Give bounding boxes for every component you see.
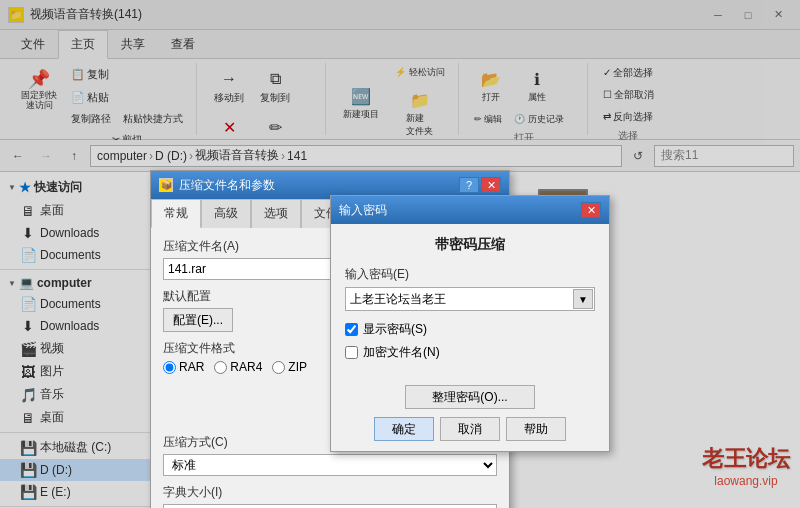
winrar-close-button[interactable]: ✕ bbox=[481, 177, 501, 193]
winrar-title: 📦 压缩文件名和参数 bbox=[159, 177, 275, 194]
zip-radio[interactable]: ZIP bbox=[272, 360, 307, 374]
config-button[interactable]: 配置(E)... bbox=[163, 308, 233, 332]
pwd-title: 输入密码 bbox=[339, 202, 387, 219]
default-config-col: 默认配置 配置(E)... bbox=[163, 288, 326, 332]
dict-label: 字典大小(I) bbox=[163, 484, 497, 501]
dict-row: 字典大小(I) 32 MB bbox=[163, 484, 497, 508]
format-col: 压缩文件格式 RAR RAR4 ZIP bbox=[163, 340, 326, 426]
pwd-input-wrap: ▼ bbox=[345, 287, 595, 311]
tab-advanced[interactable]: 高级 bbox=[201, 199, 251, 228]
pwd-action-row: 确定 取消 帮助 bbox=[374, 417, 566, 441]
winrar-controls: ? ✕ bbox=[459, 177, 501, 193]
pwd-help-button[interactable]: 帮助 bbox=[506, 417, 566, 441]
pwd-input[interactable] bbox=[345, 287, 595, 311]
format-label: 压缩文件格式 bbox=[163, 340, 326, 357]
rar-radio[interactable]: RAR bbox=[163, 360, 204, 374]
dict-select[interactable]: 32 MB bbox=[163, 504, 497, 508]
pwd-footer: 整理密码(O)... 确定 取消 帮助 bbox=[331, 379, 609, 451]
encrypt-names-checkbox[interactable]: 加密文件名(N) bbox=[345, 344, 595, 361]
password-dialog: 输入密码 ✕ 带密码压缩 输入密码(E) ▼ 显示密码(S) 加密文件名(N) … bbox=[330, 195, 610, 452]
pwd-cancel-button[interactable]: 取消 bbox=[440, 417, 500, 441]
winrar-icon: 📦 bbox=[159, 178, 173, 192]
pwd-dropdown-button[interactable]: ▼ bbox=[573, 289, 593, 309]
pwd-title-bar: 输入密码 ✕ bbox=[331, 196, 609, 224]
format-radio-group: RAR RAR4 ZIP bbox=[163, 360, 326, 374]
pwd-organize-button[interactable]: 整理密码(O)... bbox=[405, 385, 535, 409]
method-select[interactable]: 标准 bbox=[163, 454, 497, 476]
winrar-question-button[interactable]: ? bbox=[459, 177, 479, 193]
pwd-label: 输入密码(E) bbox=[345, 266, 595, 283]
pwd-confirm-button[interactable]: 确定 bbox=[374, 417, 434, 441]
rar4-radio[interactable]: RAR4 bbox=[214, 360, 262, 374]
pwd-close-button[interactable]: ✕ bbox=[581, 202, 601, 218]
pwd-body: 带密码压缩 输入密码(E) ▼ 显示密码(S) 加密文件名(N) bbox=[331, 224, 609, 379]
tab-options[interactable]: 选项 bbox=[251, 199, 301, 228]
show-password-checkbox[interactable]: 显示密码(S) bbox=[345, 321, 595, 338]
pwd-section-title: 带密码压缩 bbox=[345, 236, 595, 254]
default-config-label: 默认配置 bbox=[163, 288, 326, 305]
tab-general[interactable]: 常规 bbox=[151, 199, 201, 228]
